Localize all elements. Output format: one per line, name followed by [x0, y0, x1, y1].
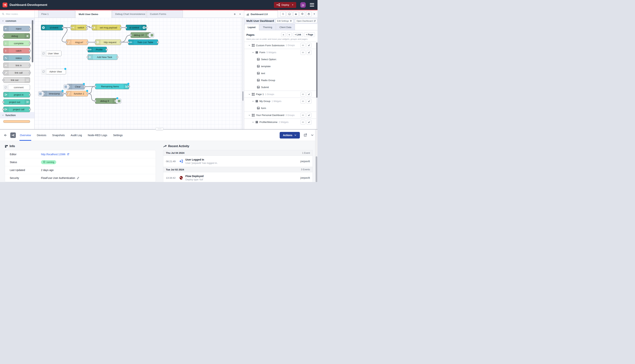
- output-port[interactable]: [29, 28, 31, 30]
- instance-tab-devices[interactable]: Devices: [37, 130, 46, 141]
- move-up-button[interactable]: [281, 32, 286, 37]
- palette-node-project-in[interactable]: project in: [3, 92, 30, 98]
- palette-node-project-call[interactable]: project call: [3, 106, 30, 112]
- sidebar-book-button[interactable]: [287, 12, 292, 17]
- tree-row-radio-group[interactable]: Radio Group: [244, 77, 317, 84]
- tree-row-template[interactable]: template: [244, 63, 317, 70]
- output-port[interactable]: [145, 27, 147, 28]
- output-port[interactable]: [62, 27, 64, 28]
- add-flow-icon[interactable]: +: [234, 12, 236, 16]
- open-editor-icon[interactable]: [304, 134, 307, 137]
- inject-button[interactable]: [38, 91, 44, 96]
- tree-row-submit[interactable]: Submit: [244, 84, 317, 91]
- back-arrow-icon[interactable]: [4, 134, 7, 137]
- tree-row-profile-welcome[interactable]: Profile/Welcome2 Widgets: [244, 118, 317, 126]
- flow-node-todo-list-table[interactable]: </>Todo List Table: [128, 40, 158, 45]
- output-port[interactable]: [106, 49, 108, 50]
- palette-category-common[interactable]: common: [0, 18, 34, 24]
- avatar[interactable]: jp: [300, 2, 306, 8]
- instance-tab-overview[interactable]: Overview: [20, 130, 31, 141]
- flow-node-clear[interactable]: Clear: [67, 84, 85, 89]
- palette-node-comment[interactable]: comment: [3, 84, 30, 90]
- input-port[interactable]: [3, 101, 5, 103]
- flow-node-http-request[interactable]: http request: [95, 40, 121, 45]
- input-port[interactable]: [70, 27, 72, 28]
- open-dashboard-button[interactable]: Open Dashboard: [295, 19, 317, 23]
- tab-dashboard-2[interactable]: Dashboard 2.0: [244, 10, 278, 18]
- flow-node-ui-control[interactable]: ui control: [126, 25, 146, 30]
- visibility-button[interactable]: [301, 99, 305, 104]
- debug-toggle-button[interactable]: [116, 99, 121, 104]
- instance-tab-audit-log[interactable]: Audit Log: [71, 130, 82, 141]
- tree-row-text[interactable]: text: [244, 70, 317, 77]
- filter-nodes-input[interactable]: [6, 12, 28, 16]
- palette-scrollbar[interactable]: [32, 20, 33, 62]
- input-port[interactable]: [127, 42, 129, 43]
- lock-button[interactable]: [307, 99, 311, 104]
- palette-node-status[interactable]: status: [3, 55, 30, 61]
- tree-row-page-1[interactable]: Page 11 Groups: [244, 91, 317, 98]
- visibility-button[interactable]: [301, 113, 305, 118]
- visibility-button[interactable]: [301, 50, 305, 55]
- output-port[interactable]: [62, 93, 64, 94]
- workspace-tab-multi-user-demo[interactable]: Multi User Demo: [76, 10, 112, 18]
- tree-row-my-group[interactable]: My Group1 Widgets: [244, 98, 317, 104]
- inject-button[interactable]: [64, 84, 69, 89]
- input-port[interactable]: [65, 93, 67, 94]
- output-port[interactable]: [120, 27, 122, 28]
- add-page-button[interactable]: + Page: [304, 32, 315, 37]
- edit-settings-button[interactable]: Edit Settings ⚙: [275, 19, 293, 23]
- window-scrollbar[interactable]: [315, 130, 317, 182]
- actions-button[interactable]: Actions: [280, 132, 300, 138]
- output-port[interactable]: [29, 94, 31, 96]
- workspace-tab-debug-chart-inconsistence-s[interactable]: Debug Chart Inconsistence S: [112, 10, 146, 18]
- flow-node-profile[interactable]: </>Profile: [88, 47, 107, 52]
- workspace-tab-flow-1[interactable]: Flow 1: [38, 10, 75, 18]
- tree-row-form[interactable]: Form5 Widgets: [244, 49, 317, 56]
- output-port[interactable]: [128, 86, 130, 87]
- sidebar-info-button[interactable]: i: [280, 12, 286, 17]
- palette-search[interactable]: [0, 10, 34, 18]
- flow-node-remaining-items[interactable]: Remaining Items: [95, 84, 129, 89]
- flow-node-switch[interactable]: switch: [71, 25, 87, 30]
- lock-button[interactable]: [307, 92, 311, 97]
- instance-tab-settings[interactable]: Settings: [113, 130, 123, 141]
- flow-list-caret-icon[interactable]: ▼: [239, 13, 241, 15]
- output-port[interactable]: [83, 86, 85, 88]
- add-link-button[interactable]: + Link: [293, 32, 303, 37]
- tree-row-your-personal-dashboard[interactable]: Your Personal Dashboard3 Groups: [244, 112, 317, 118]
- flow-node-ui-event[interactable]: ui-event: [41, 25, 63, 30]
- palette-node-complete[interactable]: !complete: [3, 40, 30, 46]
- output-port[interactable]: [29, 72, 31, 74]
- input-port[interactable]: [3, 35, 5, 37]
- output-port[interactable]: [29, 42, 31, 44]
- flow-node-debug-9[interactable]: debug 9: [95, 98, 118, 104]
- output-port[interactable]: [120, 42, 122, 43]
- workspace-tab-custom-forms[interactable]: Custom Forms: [147, 10, 183, 18]
- chain-link-icon[interactable]: [77, 177, 79, 180]
- instance-tab-node-red-logs[interactable]: Node-RED Logs: [88, 130, 107, 141]
- instance-tab-snapshots[interactable]: Snapshots: [52, 130, 65, 141]
- palette-node-link-in[interactable]: link in: [3, 62, 30, 68]
- palette-node-inject[interactable]: inject: [3, 26, 30, 31]
- canvas-vertical-scrollbar[interactable]: [242, 18, 244, 129]
- input-port[interactable]: [65, 42, 67, 43]
- input-port[interactable]: [87, 56, 89, 58]
- palette-node-link-call[interactable]: link call: [3, 70, 30, 76]
- flow-node-function-1[interactable]: ƒfunction 1: [66, 91, 88, 96]
- flow-node-admin-view[interactable]: Admin View: [41, 69, 66, 74]
- palette-node-catch[interactable]: !catch: [3, 48, 30, 54]
- visibility-button[interactable]: [301, 92, 305, 97]
- chevron-down-icon[interactable]: [248, 44, 251, 46]
- output-port[interactable]: [29, 50, 31, 52]
- chevron-down-icon[interactable]: [252, 51, 254, 54]
- output-port-2[interactable]: [86, 28, 88, 30]
- input-port[interactable]: [94, 42, 96, 43]
- output-port[interactable]: [29, 64, 31, 66]
- output-port[interactable]: [29, 57, 31, 59]
- lock-button[interactable]: [307, 43, 311, 48]
- chevron-down-icon[interactable]: [248, 93, 251, 96]
- flow-node-add-new-task[interactable]: Add New Task: [88, 54, 117, 60]
- input-port[interactable]: [91, 27, 93, 28]
- sidebar-bug-button[interactable]: [293, 12, 299, 17]
